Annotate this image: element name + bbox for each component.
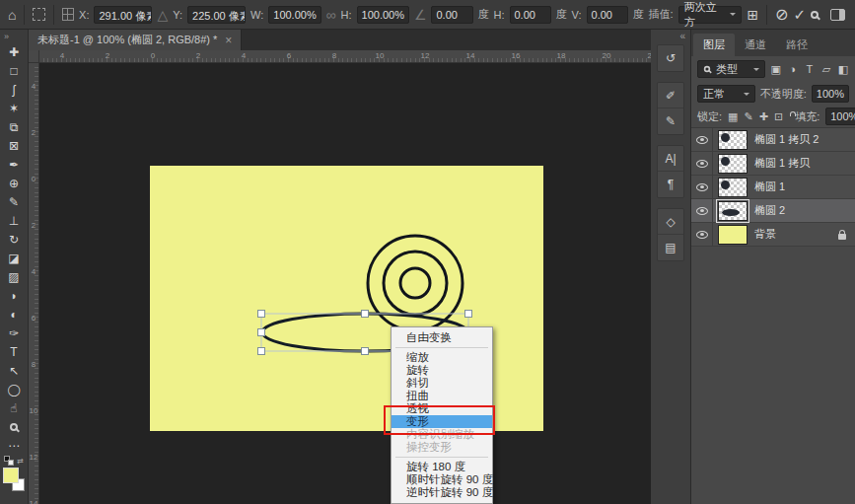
collapse-panels-icon[interactable]: «	[651, 30, 690, 44]
x-input[interactable]: 291.00 像素	[94, 6, 152, 24]
filter-adjustment-icon[interactable]: ◑	[787, 63, 799, 75]
visibility-cell[interactable]	[691, 176, 713, 198]
marquee-tool[interactable]: □	[2, 61, 27, 80]
menu-item-rotate-90-cw[interactable]: 顺时针旋转 90 度	[392, 473, 492, 486]
brush-tool[interactable]: ✎	[2, 192, 27, 211]
rotate-input[interactable]: 0.00	[431, 6, 472, 24]
menu-item-rotate-90-ccw[interactable]: 逆时针旋转 90 度	[392, 486, 492, 499]
history-panel-icon[interactable]: ↺	[658, 45, 683, 71]
layer-thumbnail[interactable]	[718, 225, 748, 245]
character-panel-icon[interactable]: A|	[658, 146, 683, 172]
pen-tool[interactable]: ✑	[2, 324, 27, 342]
lock-transparent-icon[interactable]: ▦	[728, 110, 738, 123]
blur-tool[interactable]: ◗	[2, 286, 27, 305]
layer-row-background[interactable]: 背景	[691, 223, 855, 247]
gradient-tool[interactable]: ▨	[2, 267, 27, 286]
menu-item-rotate[interactable]: 旋转	[392, 364, 492, 377]
relative-positioning-icon[interactable]: △	[157, 8, 168, 22]
move-tool[interactable]: ✚	[2, 42, 27, 61]
toolbox-expand-icon[interactable]: »	[0, 30, 9, 42]
document-tab[interactable]: 未标题-1 @ 100% (椭圆 2, RGB/8#) * ×	[29, 30, 242, 50]
edit-toolbar-button[interactable]: ⋯	[2, 436, 27, 455]
layer-row[interactable]: 椭圆 1	[691, 176, 855, 199]
filter-pixel-icon[interactable]: ▣	[770, 63, 782, 76]
eraser-tool[interactable]: ◪	[2, 249, 27, 267]
tab-paths[interactable]: 路径	[776, 34, 818, 56]
foreground-color-swatch[interactable]	[3, 468, 19, 483]
paragraph-panel-icon[interactable]: ¶	[658, 172, 683, 197]
tab-layers[interactable]: 图层	[693, 34, 735, 56]
menu-item-distort[interactable]: 扭曲	[392, 390, 492, 402]
swap-colors-icon[interactable]: ⇄	[17, 457, 24, 466]
layer-row[interactable]: 椭圆 1 拷贝	[691, 152, 855, 176]
ellipse-tool[interactable]: ◯	[2, 380, 27, 398]
path-selection-tool[interactable]: ↖	[2, 361, 27, 380]
crop-tool[interactable]: ⧉	[2, 117, 27, 136]
visibility-cell[interactable]	[691, 152, 713, 175]
transform-handle[interactable]	[362, 311, 369, 318]
vskew-input[interactable]: 0.00	[587, 6, 628, 24]
lock-artboard-icon[interactable]: ⊡	[774, 110, 783, 123]
close-icon[interactable]: ×	[225, 34, 232, 47]
transform-handle[interactable]	[465, 311, 472, 318]
height-input[interactable]: 100.00%	[357, 6, 409, 24]
default-colors-widget[interactable]: ⇄	[4, 456, 24, 466]
filter-smart-object-icon[interactable]: ◧	[837, 63, 849, 76]
dodge-tool[interactable]: ◐	[2, 305, 27, 324]
visibility-cell[interactable]	[691, 199, 713, 222]
healing-brush-tool[interactable]: ⊕	[2, 174, 27, 192]
warp-mode-toggle-icon[interactable]: ⊞	[747, 8, 758, 22]
brush-settings-panel-icon[interactable]: ✐	[658, 83, 683, 108]
menu-item-rotate-180[interactable]: 旋转 180 度	[392, 461, 492, 473]
quick-selection-tool[interactable]: ✶	[2, 99, 27, 117]
vertical-ruler[interactable]: 4202468101214	[29, 63, 39, 504]
hand-tool[interactable]: ☝	[2, 398, 27, 417]
home-icon[interactable]: ⌂	[8, 8, 16, 22]
link-icon[interactable]: ∞	[326, 8, 336, 22]
transform-bbox-icon[interactable]	[33, 8, 44, 21]
layer-thumbnail[interactable]	[718, 201, 748, 221]
transform-handle[interactable]	[258, 311, 265, 318]
layer-thumbnail[interactable]	[718, 178, 748, 197]
menu-item-skew[interactable]: 斜切	[392, 377, 492, 390]
eyedropper-tool[interactable]: ✒	[2, 155, 27, 174]
cancel-transform-icon[interactable]: ⊘	[775, 7, 788, 23]
type-tool[interactable]: T	[2, 342, 27, 361]
3d-panel-icon[interactable]: ◇	[658, 209, 683, 235]
filter-shape-icon[interactable]: ▱	[820, 63, 832, 76]
transform-handle[interactable]	[362, 348, 369, 355]
transform-handle[interactable]	[258, 329, 265, 336]
lasso-tool[interactable]: ʃ	[2, 80, 27, 99]
opacity-value[interactable]: 100%	[812, 85, 849, 103]
filter-kind-dropdown[interactable]: 类型	[697, 60, 765, 78]
menu-item-scale[interactable]: 缩放	[392, 351, 492, 364]
layer-row-selected[interactable]: 椭圆 2	[691, 199, 855, 223]
fill-value[interactable]: 100%	[825, 108, 855, 125]
width-input[interactable]: 100.00%	[268, 6, 321, 24]
brushes-panel-icon[interactable]: ✎	[658, 108, 683, 134]
layer-thumbnail[interactable]	[718, 154, 748, 174]
horizontal-ruler[interactable]: 420246810121416182022	[39, 50, 651, 63]
libraries-panel-icon[interactable]: ▤	[658, 235, 683, 260]
reference-point-icon[interactable]	[62, 8, 74, 21]
interpolation-dropdown[interactable]: 两次立方	[678, 6, 743, 24]
frame-tool[interactable]: ⊠	[2, 136, 27, 155]
transform-handle[interactable]	[258, 348, 265, 355]
lock-pixels-icon[interactable]: ✎	[744, 110, 752, 123]
lock-position-icon[interactable]: ✚	[759, 110, 768, 123]
filter-type-icon[interactable]: T	[804, 63, 816, 75]
menu-item-free-transform[interactable]: 自由变换	[392, 331, 492, 344]
visibility-cell[interactable]	[691, 223, 713, 246]
canvas-viewport[interactable]	[39, 63, 651, 504]
y-input[interactable]: 225.00 像素	[187, 6, 246, 24]
hskew-input[interactable]: 0.00	[510, 6, 551, 24]
layer-row[interactable]: 椭圆 1 拷贝 2	[691, 128, 855, 152]
history-brush-tool[interactable]: ↻	[2, 230, 27, 249]
blend-mode-dropdown[interactable]: 正常	[697, 85, 755, 103]
visibility-cell[interactable]	[691, 128, 713, 151]
search-icon[interactable]	[811, 11, 819, 19]
zoom-tool[interactable]	[2, 417, 27, 436]
tab-channels[interactable]: 通道	[735, 34, 776, 56]
commit-transform-icon[interactable]: ✓	[793, 7, 806, 22]
layer-thumbnail[interactable]	[718, 130, 748, 150]
